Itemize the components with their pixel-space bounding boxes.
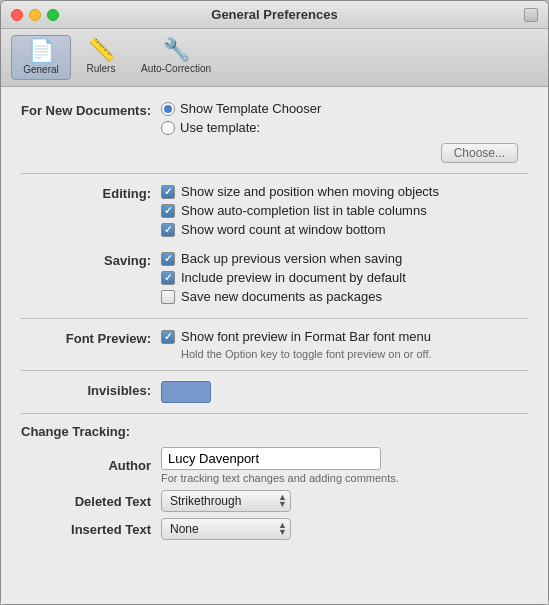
editing-content: ✓ Show size and position when moving obj… [151, 184, 528, 241]
author-row: Author For tracking text changes and add… [21, 447, 528, 484]
font-preview-row: Font Preview: ✓ Show font preview in For… [21, 329, 528, 360]
inserted-text-content: None Strikethrough Underline ▲▼ [151, 518, 291, 540]
toolbar-label-rulers: Rulers [87, 63, 116, 74]
font-preview-checkbox-label: Show font preview in Format Bar font men… [181, 329, 431, 344]
font-preview-section: Font Preview: ✓ Show font preview in For… [21, 329, 528, 360]
font-preview-content: ✓ Show font preview in Format Bar font m… [151, 329, 528, 360]
show-template-row: Show Template Chooser [161, 101, 528, 116]
general-icon: 📄 [28, 40, 55, 62]
font-preview-checkbox-row: ✓ Show font preview in Format Bar font m… [161, 329, 528, 344]
titlebar: General Preferences [1, 1, 548, 29]
toolbar-label-auto-correction: Auto-Correction [141, 63, 211, 74]
show-template-label: Show Template Chooser [180, 101, 321, 116]
divider-1 [21, 173, 528, 174]
choose-button[interactable]: Choose... [441, 143, 518, 163]
new-documents-section: For New Documents: Show Template Chooser… [21, 101, 528, 163]
new-documents-row: For New Documents: Show Template Chooser… [21, 101, 528, 163]
preferences-window: General Preferences 📄 General 📏 Rulers 🔧… [0, 0, 549, 605]
editing-row: Editing: ✓ Show size and position when m… [21, 184, 528, 241]
author-input[interactable] [161, 447, 381, 470]
inserted-text-select[interactable]: None Strikethrough Underline [161, 518, 291, 540]
content-area: For New Documents: Show Template Chooser… [1, 87, 548, 604]
backup-row: ✓ Back up previous version when saving [161, 251, 528, 266]
include-preview-row: ✓ Include preview in document by default [161, 270, 528, 285]
deleted-text-select-container: Strikethrough None Underline ▲▼ [161, 490, 291, 512]
save-packages-label: Save new documents as packages [181, 289, 382, 304]
auto-correction-icon: 🔧 [163, 39, 190, 61]
change-tracking-heading: Change Tracking: [21, 424, 528, 439]
minimize-button[interactable] [29, 9, 41, 21]
invisibles-row: Invisibles: [21, 381, 528, 403]
include-preview-label: Include preview in document by default [181, 270, 406, 285]
backup-checkbox[interactable]: ✓ [161, 252, 175, 266]
deleted-text-row: Deleted Text Strikethrough None Underlin… [21, 490, 528, 512]
show-size-checkbox[interactable]: ✓ [161, 185, 175, 199]
new-documents-content: Show Template Chooser Use template: Choo… [151, 101, 528, 163]
divider-2 [21, 318, 528, 319]
use-template-label: Use template: [180, 120, 260, 135]
font-preview-hint: Hold the Option key to toggle font previ… [181, 348, 528, 360]
deleted-text-label: Deleted Text [21, 494, 151, 509]
close-button[interactable] [11, 9, 23, 21]
invisibles-section: Invisibles: [21, 381, 528, 403]
saving-label: Saving: [21, 251, 151, 308]
invisibles-label: Invisibles: [21, 381, 151, 403]
show-word-count-row: ✓ Show word count at window bottom [161, 222, 528, 237]
backup-label: Back up previous version when saving [181, 251, 402, 266]
toolbar-item-rulers[interactable]: 📏 Rulers [71, 35, 131, 80]
show-template-radio[interactable] [161, 102, 175, 116]
toolbar-item-auto-correction[interactable]: 🔧 Auto-Correction [131, 35, 221, 80]
divider-4 [21, 413, 528, 414]
save-packages-row: Save new documents as packages [161, 289, 528, 304]
include-preview-checkbox[interactable]: ✓ [161, 271, 175, 285]
font-preview-checkbox[interactable]: ✓ [161, 330, 175, 344]
author-content: For tracking text changes and adding com… [151, 447, 399, 484]
show-size-row: ✓ Show size and position when moving obj… [161, 184, 528, 199]
inserted-text-row: Inserted Text None Strikethrough Underli… [21, 518, 528, 540]
saving-section: Saving: ✓ Back up previous version when … [21, 251, 528, 308]
window-controls [11, 9, 59, 21]
invisibles-content [151, 381, 528, 403]
change-tracking-section: Change Tracking: Author For tracking tex… [21, 424, 528, 540]
maximize-button[interactable] [47, 9, 59, 21]
inserted-text-select-container: None Strikethrough Underline ▲▼ [161, 518, 291, 540]
font-preview-label: Font Preview: [21, 329, 151, 360]
show-word-count-label: Show word count at window bottom [181, 222, 386, 237]
rulers-icon: 📏 [88, 39, 115, 61]
show-size-label: Show size and position when moving objec… [181, 184, 439, 199]
saving-content: ✓ Back up previous version when saving ✓… [151, 251, 528, 308]
use-template-radio[interactable] [161, 121, 175, 135]
deleted-text-content: Strikethrough None Underline ▲▼ [151, 490, 291, 512]
toolbar: 📄 General 📏 Rulers 🔧 Auto-Correction [1, 29, 548, 87]
invisibles-color-box[interactable] [161, 381, 211, 403]
show-word-count-checkbox[interactable]: ✓ [161, 223, 175, 237]
editing-section: Editing: ✓ Show size and position when m… [21, 184, 528, 241]
author-hint: For tracking text changes and adding com… [161, 472, 399, 484]
save-packages-checkbox[interactable] [161, 290, 175, 304]
new-documents-label: For New Documents: [21, 101, 151, 163]
deleted-text-select[interactable]: Strikethrough None Underline [161, 490, 291, 512]
inserted-text-label: Inserted Text [21, 522, 151, 537]
author-label: Author [21, 458, 151, 473]
show-auto-completion-checkbox[interactable]: ✓ [161, 204, 175, 218]
toolbar-item-general[interactable]: 📄 General [11, 35, 71, 80]
window-title: General Preferences [211, 7, 337, 22]
toolbar-label-general: General [23, 64, 59, 75]
saving-row: Saving: ✓ Back up previous version when … [21, 251, 528, 308]
divider-3 [21, 370, 528, 371]
use-template-row: Use template: [161, 120, 528, 135]
show-auto-completion-row: ✓ Show auto-completion list in table col… [161, 203, 528, 218]
resize-button[interactable] [524, 8, 538, 22]
editing-label: Editing: [21, 184, 151, 241]
show-auto-completion-label: Show auto-completion list in table colum… [181, 203, 427, 218]
